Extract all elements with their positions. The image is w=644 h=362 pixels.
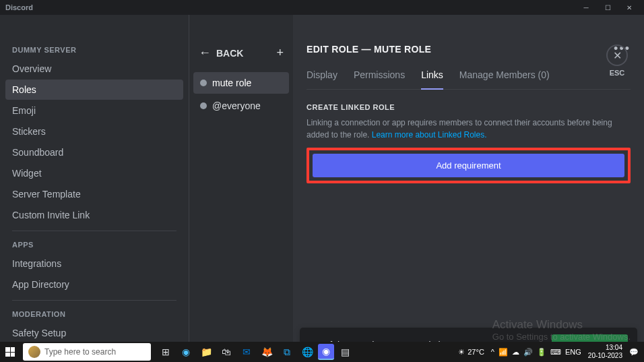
discord-icon[interactable]: ◉ bbox=[318, 344, 334, 360]
add-requirement-button[interactable]: Add requirement bbox=[313, 154, 624, 177]
taskbar-search[interactable]: Type here to search bbox=[23, 343, 151, 361]
start-button[interactable] bbox=[0, 342, 20, 362]
back-button[interactable]: ← BACK bbox=[199, 46, 243, 60]
store-icon[interactable]: 🛍 bbox=[217, 342, 236, 362]
sidebar-item-roles[interactable]: Roles bbox=[5, 80, 183, 100]
divider bbox=[12, 231, 176, 231]
vscode-icon[interactable]: ⧉ bbox=[278, 342, 296, 362]
sidebar-item-app-directory[interactable]: App Directory bbox=[5, 274, 183, 295]
esc-label: ESC bbox=[610, 69, 625, 77]
tab-permissions[interactable]: Permissions bbox=[354, 69, 405, 89]
learn-more-link[interactable]: Learn more about Linked Roles. bbox=[372, 130, 487, 140]
back-label: BACK bbox=[216, 48, 243, 59]
edge-icon[interactable]: ◉ bbox=[176, 342, 195, 362]
tab-links[interactable]: Links bbox=[421, 69, 443, 90]
role-name: mute role bbox=[212, 78, 251, 88]
close-icon: ✕ bbox=[606, 44, 628, 66]
sidebar-item-custom-invite[interactable]: Custom Invite Link bbox=[5, 205, 183, 225]
maximize-icon[interactable]: ☐ bbox=[598, 0, 617, 15]
role-color-dot-icon bbox=[200, 80, 207, 86]
sidebar-item-integrations[interactable]: Integrations bbox=[5, 253, 183, 274]
volume-icon[interactable]: 🔊 bbox=[523, 348, 533, 357]
tab-display[interactable]: Display bbox=[307, 69, 337, 89]
role-item-everyone[interactable]: @everyone bbox=[193, 95, 289, 117]
system-tray[interactable]: ^ 📶 ☁ 🔊 🔋 ⌨ ENG bbox=[491, 348, 581, 357]
tabs-row: Display Permissions Links Manage Members… bbox=[307, 69, 631, 90]
app-icon[interactable]: ▤ bbox=[335, 342, 354, 362]
sun-icon: ☀ bbox=[458, 348, 465, 357]
annotation-highlight-box: Add requirement bbox=[307, 148, 631, 183]
page-title: EDIT ROLE — MUTE ROLE bbox=[307, 44, 431, 55]
role-name: @everyone bbox=[212, 100, 261, 111]
tab-manage-members[interactable]: Manage Members (0) bbox=[459, 69, 550, 89]
windows-logo-icon bbox=[5, 347, 15, 357]
battery-icon[interactable]: 🔋 bbox=[537, 348, 546, 357]
roles-list-panel: ← BACK + mute role @everyone bbox=[189, 15, 293, 362]
linked-role-section-title: CREATE LINKED ROLE bbox=[307, 103, 631, 111]
window-titlebar: Discord ─ ☐ ✕ bbox=[0, 0, 644, 15]
role-color-dot-icon bbox=[200, 102, 207, 109]
sidebar-item-overview[interactable]: Overview bbox=[5, 59, 183, 79]
chrome-icon[interactable]: 🌐 bbox=[298, 342, 317, 362]
firefox-icon[interactable]: 🦊 bbox=[257, 342, 276, 362]
task-view-icon[interactable]: ⊞ bbox=[156, 342, 175, 362]
role-edit-panel: ✕ ESC EDIT ROLE — MUTE ROLE ••• Display … bbox=[293, 15, 644, 362]
linked-role-description: Linking a connection or app requires mem… bbox=[307, 117, 631, 141]
sidebar-item-soundboard[interactable]: Soundboard bbox=[5, 142, 183, 162]
onedrive-icon[interactable]: ☁ bbox=[512, 348, 519, 357]
keyboard-icon[interactable]: ⌨ bbox=[550, 348, 561, 357]
close-settings-button[interactable]: ✕ ESC bbox=[606, 44, 628, 77]
weather-widget[interactable]: ☀ 27°C bbox=[458, 348, 484, 357]
sidebar-item-widget[interactable]: Widget bbox=[5, 163, 183, 183]
divider bbox=[12, 300, 176, 301]
arrow-left-icon: ← bbox=[199, 46, 211, 60]
wifi-icon[interactable]: 📶 bbox=[498, 348, 508, 357]
server-name-header: DUMMY SERVER bbox=[5, 42, 183, 58]
sidebar-item-stickers[interactable]: Stickers bbox=[5, 121, 183, 142]
role-item-mute[interactable]: mute role bbox=[193, 72, 289, 94]
sidebar-item-server-template[interactable]: Server Template bbox=[5, 184, 183, 204]
moderation-header: MODERATION bbox=[5, 306, 183, 322]
chevron-up-icon[interactable]: ^ bbox=[491, 348, 494, 356]
sidebar-item-safety-setup[interactable]: Safety Setup bbox=[5, 323, 183, 343]
search-placeholder: Type here to search bbox=[44, 347, 116, 357]
mail-icon[interactable]: ✉ bbox=[237, 342, 256, 362]
close-icon[interactable]: ✕ bbox=[620, 0, 639, 15]
explorer-icon[interactable]: 📁 bbox=[197, 342, 216, 362]
add-role-button[interactable]: + bbox=[276, 46, 284, 60]
search-cortana-icon bbox=[28, 346, 40, 358]
clock[interactable]: 13:04 20-10-2023 bbox=[588, 344, 622, 360]
app-name: Discord bbox=[5, 3, 33, 11]
settings-sidebar: DUMMY SERVER Overview Roles Emoji Sticke… bbox=[0, 15, 189, 362]
sidebar-item-emoji[interactable]: Emoji bbox=[5, 100, 183, 121]
language-indicator[interactable]: ENG bbox=[565, 348, 581, 356]
notifications-icon[interactable]: 💬 bbox=[629, 348, 639, 357]
minimize-icon[interactable]: ─ bbox=[577, 0, 595, 15]
windows-taskbar: Type here to search ⊞ ◉ 📁 🛍 ✉ 🦊 ⧉ 🌐 ◉ ▤ … bbox=[0, 342, 644, 362]
apps-header: APPS bbox=[5, 237, 183, 253]
